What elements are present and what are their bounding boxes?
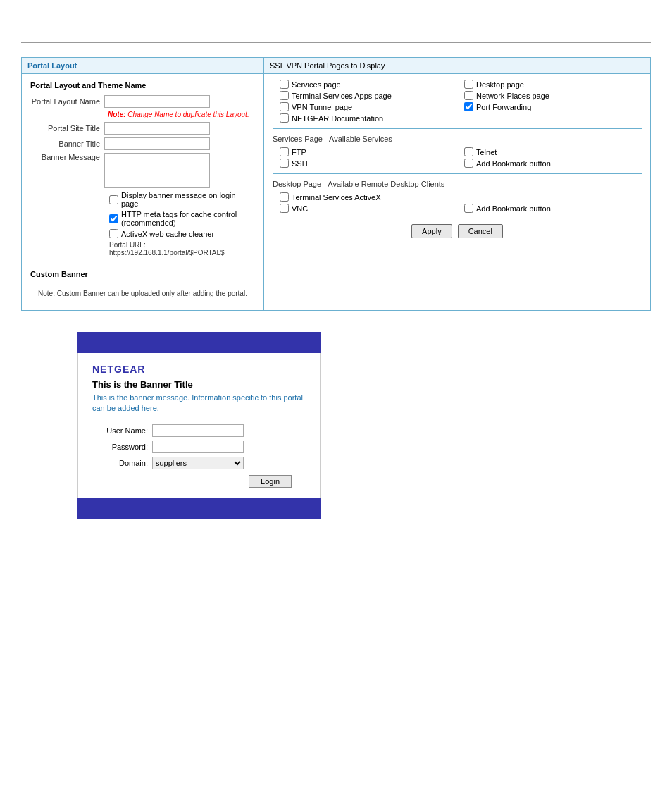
ssl-page-network-places: Network Places page	[464, 91, 642, 100]
portal-layout-name-input[interactable]	[104, 95, 210, 108]
username-row: User Name:	[99, 424, 299, 437]
custom-banner-note: Note: Custom Banner can be uploaded only…	[30, 283, 255, 304]
portal-layout-name-label: Portal Layout Name	[30, 97, 104, 106]
bottom-divider	[21, 548, 651, 548]
services-section-title: Services Page - Available Services	[273, 135, 642, 143]
portal-site-title-input[interactable]	[104, 122, 210, 135]
login-form: User Name: Password: Domain: suppliers L…	[92, 424, 306, 488]
network-places-label: Network Places page	[476, 92, 549, 100]
vpn-tunnel-checkbox[interactable]	[280, 102, 289, 111]
vnc-checkbox[interactable]	[280, 204, 289, 213]
domain-select[interactable]: suppliers	[152, 457, 244, 469]
http-meta-checkbox[interactable]	[109, 214, 118, 223]
activex-label: ActiveX web cache cleaner	[121, 230, 214, 238]
desktop-page-checkbox[interactable]	[464, 80, 473, 89]
ftp-item: FTP	[280, 147, 457, 156]
desktop-section: Desktop Page - Available Remote Desktop …	[273, 180, 642, 213]
desktop-page-label: Desktop page	[476, 80, 524, 89]
password-input[interactable]	[152, 441, 244, 453]
terminal-apps-label: Terminal Services Apps page	[292, 92, 392, 100]
ssl-page-desktop: Desktop page	[464, 80, 642, 89]
network-places-checkbox[interactable]	[464, 91, 473, 100]
portal-layout-name-row: Portal Layout Name	[30, 95, 255, 108]
portal-layout-title: Portal Layout	[27, 61, 77, 70]
ftp-checkbox[interactable]	[280, 147, 289, 156]
ssh-checkbox[interactable]	[280, 159, 289, 168]
activex-checkbox[interactable]	[109, 229, 118, 238]
banner-message-row: Banner Message	[30, 153, 255, 188]
ssl-panel-body: Services page Desktop page Terminal Serv…	[264, 74, 650, 250]
banner-title-label: Banner Title	[30, 140, 104, 148]
preview-footer	[77, 498, 321, 519]
ssl-page-services: Services page	[280, 80, 457, 89]
ssh-label: SSH	[292, 159, 308, 168]
username-label: User Name:	[99, 426, 152, 435]
port-forwarding-checkbox[interactable]	[464, 102, 473, 111]
services-section: Services Page - Available Services FTP T…	[273, 135, 642, 168]
ssl-divider-2	[273, 173, 642, 174]
ftp-label: FTP	[292, 148, 306, 156]
terminal-apps-checkbox[interactable]	[280, 91, 289, 100]
preview-header	[77, 332, 321, 353]
banner-message-display: This is the banner message. Information …	[92, 393, 306, 414]
banner-message-label: Banner Message	[30, 153, 104, 161]
add-bookmark-desktop-checkbox[interactable]	[464, 204, 473, 213]
banner-title-display: This is the Banner Title	[92, 379, 306, 390]
login-button[interactable]: Login	[249, 475, 292, 488]
ssl-pages-grid: Services page Desktop page Terminal Serv…	[280, 80, 642, 123]
cancel-button[interactable]: Cancel	[458, 224, 503, 238]
portal-url-label: Portal URL:	[109, 241, 146, 249]
section-title: Portal Layout and Theme Name	[30, 81, 255, 90]
netgear-docs-checkbox[interactable]	[280, 113, 289, 123]
terminal-activex-item: Terminal Services ActiveX	[280, 192, 457, 202]
custom-banner-section: Custom Banner Note: Custom Banner can be…	[22, 264, 263, 310]
portal-layout-body: Portal Layout and Theme Name Portal Layo…	[22, 74, 263, 264]
portal-url-row: Portal URL: https://192.168.1.1/portal/$…	[109, 241, 255, 257]
desktop-grid: Terminal Services ActiveX VNC Add Bookma…	[280, 192, 642, 213]
display-banner-checkbox[interactable]	[109, 195, 118, 204]
netgear-docs-label: NETGEAR Documentation	[292, 114, 383, 123]
ssl-page-port-forwarding: Port Forwarding	[464, 102, 642, 111]
add-bookmark-services-item: Add Bookmark button	[464, 159, 642, 168]
ssl-page-netgear-docs: NETGEAR Documentation	[280, 113, 457, 123]
telnet-checkbox[interactable]	[464, 147, 473, 156]
ssl-vpn-panel: SSL VPN Portal Pages to Display Services…	[264, 57, 651, 311]
vnc-label: VNC	[292, 204, 308, 213]
port-forwarding-label: Port Forwarding	[476, 103, 531, 111]
add-bookmark-services-checkbox[interactable]	[464, 159, 473, 168]
custom-banner-title: Custom Banner	[30, 270, 255, 278]
ssl-page-terminal-apps: Terminal Services Apps page	[280, 91, 457, 100]
vnc-item: VNC	[280, 204, 457, 213]
telnet-label: Telnet	[476, 148, 497, 156]
ssl-page-vpn-tunnel: VPN Tunnel page	[280, 102, 457, 111]
display-banner-label: Display banner message on login page	[121, 191, 255, 208]
portal-layout-header: Portal Layout	[22, 58, 263, 74]
apply-button[interactable]: Apply	[411, 224, 452, 238]
top-divider	[21, 42, 651, 43]
ssl-divider-1	[273, 128, 642, 129]
portal-site-title-row: Portal Site Title	[30, 122, 255, 135]
http-meta-row: HTTP meta tags for cache control (recomm…	[109, 210, 255, 227]
ssl-panel-title: SSL VPN Portal Pages to Display	[270, 61, 385, 70]
banner-title-input[interactable]	[104, 137, 210, 150]
username-input[interactable]	[152, 424, 244, 437]
preview-container: NETGEAR This is the Banner Title This is…	[77, 332, 321, 519]
desktop-add-bookmark-item	[464, 192, 642, 202]
password-label: Password:	[99, 443, 152, 451]
vpn-tunnel-label: VPN Tunnel page	[292, 103, 352, 111]
password-row: Password:	[99, 441, 299, 453]
services-page-checkbox[interactable]	[280, 80, 289, 89]
button-row: Apply Cancel	[273, 224, 642, 244]
ssl-panel-header: SSL VPN Portal Pages to Display	[264, 58, 650, 74]
desktop-section-title: Desktop Page - Available Remote Desktop …	[273, 180, 642, 188]
services-grid: FTP Telnet SSH Add Bookmark button	[280, 147, 642, 168]
terminal-activex-checkbox[interactable]	[280, 192, 289, 202]
terminal-activex-label: Terminal Services ActiveX	[292, 193, 381, 202]
ssl-pages-section: Services page Desktop page Terminal Serv…	[273, 80, 642, 123]
note-message: Change Name to duplicate this Layout.	[127, 111, 249, 118]
telnet-item: Telnet	[464, 147, 642, 156]
login-button-row: Login	[99, 475, 299, 488]
note-label: Note:	[108, 111, 126, 118]
main-content: Portal Layout Portal Layout and Theme Na…	[21, 57, 651, 311]
banner-message-input[interactable]	[104, 153, 210, 188]
